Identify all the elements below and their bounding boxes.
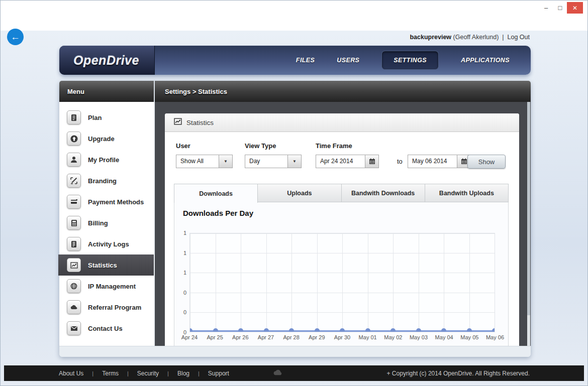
gridline-vertical (342, 233, 343, 332)
menu-header: Menu (59, 81, 154, 102)
sidebar-item-ip-management[interactable]: IP Management (59, 276, 154, 297)
x-tick-label: May 06 (486, 334, 504, 340)
sidebar-item-statistics[interactable]: Statistics (58, 254, 154, 276)
calendar-icon[interactable] (365, 155, 378, 168)
footer-link-about-us[interactable]: About Us (59, 370, 83, 377)
chevron-down-icon[interactable]: ▼ (287, 155, 301, 168)
date-to-input[interactable]: May 06 2014 (408, 155, 471, 168)
tab-uploads[interactable]: Uploads (258, 184, 341, 202)
nav-item-users[interactable]: USERS (337, 57, 359, 64)
tab-downloads[interactable]: Downloads (174, 184, 258, 203)
gridline-vertical (317, 233, 318, 332)
date-from-input[interactable]: Apr 24 2014 (316, 155, 379, 168)
sidebar-item-activity-logs[interactable]: Activity Logs (59, 233, 154, 254)
user-select[interactable]: Show All ▼ (176, 155, 233, 168)
view-type-label: View Type (245, 142, 276, 150)
gridline-vertical (495, 233, 495, 332)
x-tick-label: Apr 27 (258, 334, 274, 340)
chevron-down-icon[interactable]: ▼ (219, 155, 232, 168)
y-tick-label: 1 (183, 270, 186, 276)
nav-item-applications[interactable]: APPLICATIONS (461, 57, 510, 64)
show-button[interactable]: Show (467, 155, 506, 169)
main-nav: OpenDrive FILES USERS SETTINGS APPLICATI… (59, 46, 531, 75)
sidebar-item-contact-us[interactable]: Contact Us (59, 318, 154, 339)
sidebar-menu: Plan Upgrade My Profile Branding (59, 102, 154, 346)
sidebar-item-plan[interactable]: Plan (59, 107, 154, 128)
gridline-vertical (190, 233, 190, 332)
tab-content: Downloads Per Day 111000 Apr 24Apr 25Apr… (174, 202, 509, 346)
site-footer: About Us | Terms | Security | Blog | Sup… (4, 365, 584, 381)
user-fullname: (Geoff Akerlund) (453, 34, 499, 41)
data-point (189, 328, 192, 332)
back-button[interactable]: ← (7, 29, 24, 45)
chart-x-labels: Apr 24Apr 25Apr 26Apr 27Apr 28Apr 29Apr … (189, 334, 495, 341)
minimize-button[interactable]: – (539, 2, 553, 14)
payment-methods-icon (67, 195, 81, 209)
breadcrumb: Settings > Statistics (155, 81, 531, 102)
sidebar-item-billing[interactable]: Billing (59, 212, 154, 233)
panel-header: Statistics (165, 113, 519, 132)
sidebar-item-upgrade[interactable]: Upgrade (59, 128, 154, 149)
gridline-horizontal (190, 332, 495, 332)
footer-cloud-icon (272, 369, 283, 378)
tab-bandwith-downloads[interactable]: Bandwith Downloads (342, 184, 425, 202)
tab-bandwith-uploads[interactable]: Bandwith Uploads (425, 184, 509, 202)
wrapper-footer-strip (59, 346, 531, 357)
billing-icon (67, 216, 81, 230)
logout-link[interactable]: Log Out (508, 34, 530, 41)
data-point (289, 328, 294, 332)
footer-link-terms[interactable]: Terms (102, 370, 119, 377)
x-tick-label: Apr 25 (207, 334, 223, 340)
panel-statistics-icon (174, 118, 182, 127)
username: backupreview (410, 34, 451, 41)
opendrive-logo[interactable]: OpenDrive (59, 46, 155, 75)
footer-link-support[interactable]: Support (208, 370, 229, 377)
sidebar-item-branding[interactable]: Branding (59, 170, 154, 191)
y-tick-label: 1 (183, 230, 186, 236)
data-point (390, 328, 396, 332)
scrollbar-thumb[interactable] (527, 102, 530, 315)
close-button[interactable]: ✕ (567, 2, 583, 14)
nav-item-settings[interactable]: SETTINGS (381, 51, 439, 70)
content-scrollbar[interactable] (527, 102, 530, 346)
panel-title: Statistics (186, 119, 214, 126)
sidebar-item-payment-methods[interactable]: Payment Methods (59, 191, 154, 212)
x-tick-label: May 01 (359, 334, 377, 340)
my-profile-icon (67, 153, 81, 167)
footer-link-blog[interactable]: Blog (177, 370, 189, 377)
data-point (340, 328, 345, 332)
chart-title: Downloads Per Day (183, 209, 253, 217)
activity-logs-icon (67, 237, 81, 251)
window-titlebar[interactable]: – □ ✕ (1, 1, 587, 16)
data-point (365, 328, 370, 332)
data-point (264, 328, 269, 332)
time-frame-label: Time Frame (316, 142, 352, 150)
ip-management-icon (67, 279, 81, 293)
gridline-horizontal (190, 233, 495, 234)
gridline-vertical (241, 233, 241, 332)
y-tick-label: 0 (183, 290, 186, 296)
to-label: to (397, 158, 403, 165)
x-tick-label: Apr 29 (309, 334, 325, 340)
chart-tabs: Downloads Uploads Bandwith Downloads Ban… (174, 184, 509, 203)
data-point (238, 328, 243, 332)
upgrade-icon (67, 132, 81, 146)
gridline-vertical (368, 233, 368, 332)
y-tick-label: 1 (183, 250, 186, 256)
maximize-button[interactable]: □ (553, 2, 567, 14)
user-info: backupreview (Geoff Akerlund) | Log Out (410, 34, 530, 41)
data-point (492, 328, 495, 332)
sidebar-item-my-profile[interactable]: My Profile (59, 149, 154, 170)
browser-toolbar: ← → https://www.opendrive.com/settings/s… (1, 16, 587, 31)
gridline-vertical (216, 233, 216, 332)
sidebar-item-referral-program[interactable]: Referral Program (59, 297, 154, 318)
gridline-vertical (291, 233, 292, 332)
branding-icon (67, 174, 81, 188)
nav-item-files[interactable]: FILES (296, 57, 315, 64)
view-type-select[interactable]: Day ▼ (245, 155, 302, 168)
footer-link-security[interactable]: Security (137, 370, 159, 377)
data-point (467, 328, 472, 332)
gridline-vertical (393, 233, 394, 332)
user-label: User (176, 142, 190, 150)
gridline-horizontal (190, 273, 495, 273)
